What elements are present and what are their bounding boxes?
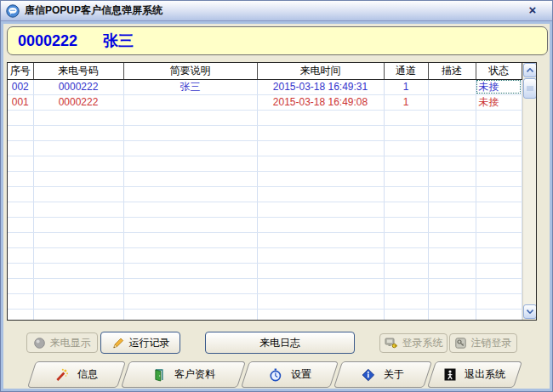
- call-list-grid: 序号来电号码简要说明来电时间通道描述状态 0020000222张三2015-03…: [7, 62, 537, 321]
- empty-table-row: [8, 110, 522, 125]
- table-row[interactable]: 0020000222张三2015-03-18 16:49:311未接: [8, 79, 522, 94]
- cell-channel: 1: [384, 79, 428, 94]
- window-title: 唐信POPUP客户信息弹屏系统: [25, 3, 162, 18]
- empty-table-row: [8, 309, 522, 321]
- caller-display-button[interactable]: 来电显示: [26, 332, 98, 353]
- cell-status: 未接: [476, 79, 522, 94]
- column-header[interactable]: 来电号码: [33, 63, 123, 79]
- cell-time: 2015-03-18 16:49:08: [257, 94, 384, 110]
- column-header[interactable]: 来电时间: [257, 63, 384, 79]
- login-key-icon: [385, 338, 397, 349]
- tab-info[interactable]: 信息: [27, 361, 126, 388]
- column-header[interactable]: 描述: [428, 63, 476, 79]
- chat-bubble-app-icon: [6, 4, 20, 18]
- tab-customer-label: 客户资料: [174, 367, 215, 382]
- column-header[interactable]: 状态: [476, 63, 522, 79]
- cell-seq: 002: [8, 79, 33, 94]
- call-log-label: 来电日志: [259, 336, 300, 350]
- empty-table-row: [8, 232, 522, 247]
- run-log-label: 运行记录: [129, 336, 170, 350]
- tab-customer-data[interactable]: 客户资料: [121, 361, 246, 388]
- scrollbar-thumb[interactable]: [523, 78, 537, 99]
- cell-number: 0000222: [33, 94, 123, 110]
- cell-desc: [428, 94, 476, 110]
- empty-table-row: [8, 278, 522, 293]
- open-door-icon: [152, 368, 166, 382]
- table-header-row: 序号来电号码简要说明来电时间通道描述状态: [8, 63, 522, 79]
- pencil-icon: [111, 337, 124, 349]
- call-log-button[interactable]: 来电日志: [205, 332, 355, 354]
- cell-desc: [428, 79, 476, 94]
- tab-about-label: 关于: [384, 367, 404, 382]
- column-header[interactable]: 通道: [384, 63, 428, 79]
- vertical-scrollbar[interactable]: [522, 63, 537, 320]
- scrollbar-up-icon[interactable]: [523, 63, 537, 77]
- app-window: 唐信POPUP客户信息弹屏系统 × 0000222 张三 序号来电号码简要说明来…: [0, 0, 553, 392]
- empty-table-row: [8, 140, 522, 156]
- cell-seq: 001: [8, 94, 33, 110]
- run-log-button[interactable]: 运行记录: [100, 332, 180, 354]
- magic-wand-icon: [55, 368, 69, 382]
- logout-key-icon: [455, 338, 466, 349]
- tab-settings[interactable]: 设置: [241, 361, 339, 388]
- gray-sphere-icon: [34, 338, 45, 349]
- cell-note: [123, 94, 257, 110]
- cell-time: 2015-03-18 16:49:31: [257, 79, 384, 94]
- tab-exit-label: 退出系统: [465, 367, 505, 382]
- stopwatch-icon: [269, 368, 282, 382]
- scrollbar-down-icon[interactable]: [523, 304, 537, 319]
- caller-name: 张三: [103, 31, 134, 51]
- empty-table-row: [8, 156, 522, 171]
- empty-table-row: [8, 217, 522, 232]
- column-header[interactable]: 简要说明: [123, 63, 257, 79]
- column-header[interactable]: 序号: [8, 63, 33, 79]
- caller-display-label: 来电显示: [50, 336, 91, 350]
- cell-note: 张三: [123, 79, 257, 94]
- table-row[interactable]: 00100002222015-03-18 16:49:081未接: [8, 94, 522, 110]
- login-button[interactable]: 登录系统: [379, 333, 448, 353]
- tab-info-label: 信息: [77, 367, 98, 382]
- exit-person-icon: [444, 368, 456, 381]
- title-bar[interactable]: 唐信POPUP客户信息弹屏系统 ×: [1, 1, 552, 21]
- tab-settings-label: 设置: [291, 367, 311, 382]
- cell-status: 未接: [476, 94, 522, 110]
- caller-banner: 0000222 张三: [7, 26, 548, 55]
- call-table: 序号来电号码简要说明来电时间通道描述状态 0020000222张三2015-03…: [8, 63, 522, 321]
- empty-table-row: [8, 263, 522, 278]
- cell-channel: 1: [384, 94, 428, 110]
- logout-button[interactable]: 注销登录: [449, 333, 517, 353]
- empty-table-row: [8, 186, 522, 202]
- info-diamond-icon: [362, 368, 375, 382]
- logout-label: 注销登录: [471, 336, 512, 350]
- empty-table-row: [8, 202, 522, 217]
- close-icon[interactable]: ×: [525, 3, 540, 18]
- empty-table-row: [8, 125, 522, 140]
- tab-about[interactable]: 关于: [334, 361, 432, 388]
- empty-table-row: [8, 293, 522, 309]
- login-label: 登录系统: [402, 336, 443, 350]
- empty-table-row: [8, 247, 522, 263]
- empty-table-row: [8, 171, 522, 186]
- cell-number: 0000222: [33, 79, 123, 94]
- tab-exit-system[interactable]: 退出系统: [427, 361, 522, 388]
- caller-number: 0000222: [18, 32, 77, 50]
